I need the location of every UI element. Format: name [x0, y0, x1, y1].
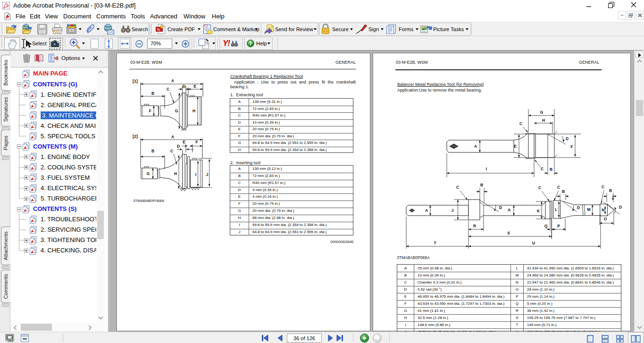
svg-text:O: O: [604, 217, 607, 221]
svg-text:C: C: [170, 149, 173, 153]
svg-text:L: L: [555, 207, 557, 212]
svg-text:B: B: [562, 189, 565, 194]
svg-text:H: H: [174, 171, 177, 176]
svg-text:G: G: [540, 110, 544, 115]
svg-text:G: G: [147, 171, 150, 176]
svg-text:D: D: [183, 84, 185, 89]
svg-text:C: C: [519, 121, 522, 126]
svg-text:D: D: [619, 205, 622, 209]
svg-text:B: B: [151, 91, 154, 96]
svg-text:[2]: [2]: [133, 134, 138, 139]
svg-text:T: T: [434, 241, 436, 245]
svg-text:B: B: [609, 188, 612, 193]
svg-text:H: H: [192, 109, 195, 113]
svg-text:I: I: [195, 172, 196, 177]
svg-text:S: S: [507, 231, 510, 235]
svg-text:E: E: [514, 144, 517, 149]
svg-text:C: C: [557, 185, 560, 190]
svg-text:N: N: [602, 208, 604, 212]
svg-text:A: A: [171, 134, 174, 139]
svg-text:B: B: [151, 149, 154, 153]
svg-text:C: C: [167, 87, 169, 92]
svg-text:A: A: [425, 208, 428, 213]
svg-text:E: E: [193, 84, 196, 89]
svg-text:G: G: [175, 109, 178, 113]
svg-text:P: P: [557, 224, 560, 228]
svg-text:A: A: [171, 78, 174, 83]
svg-text:C: C: [456, 185, 459, 190]
svg-text:[1]: [1]: [133, 79, 138, 84]
svg-text:C: C: [541, 167, 544, 171]
svg-text:H: H: [542, 118, 545, 123]
svg-text:D: D: [566, 136, 569, 141]
svg-text:?: ?: [249, 41, 252, 46]
svg-text:M: M: [587, 207, 590, 212]
svg-text:C: C: [538, 185, 541, 190]
svg-text:K: K: [537, 209, 540, 213]
svg-text:B: B: [550, 167, 552, 172]
svg-text:A: A: [508, 208, 510, 212]
svg-text:Q: Q: [544, 224, 548, 228]
svg-text:R: R: [473, 224, 476, 228]
svg-text:B: B: [480, 183, 483, 187]
svg-text:J: J: [206, 172, 209, 177]
svg-text:D: D: [499, 205, 502, 210]
svg-text:E: E: [183, 140, 185, 144]
svg-text:D: D: [577, 205, 580, 210]
svg-text:I: I: [486, 167, 487, 171]
svg-text:F: F: [570, 144, 573, 149]
svg-text:U: U: [532, 241, 535, 245]
svg-text:C: C: [602, 184, 604, 189]
svg-text:D: D: [177, 144, 180, 149]
svg-text:F: F: [149, 109, 151, 113]
svg-text:J: J: [452, 208, 454, 213]
svg-text:A: A: [474, 144, 477, 149]
svg-text:F: F: [195, 140, 198, 144]
